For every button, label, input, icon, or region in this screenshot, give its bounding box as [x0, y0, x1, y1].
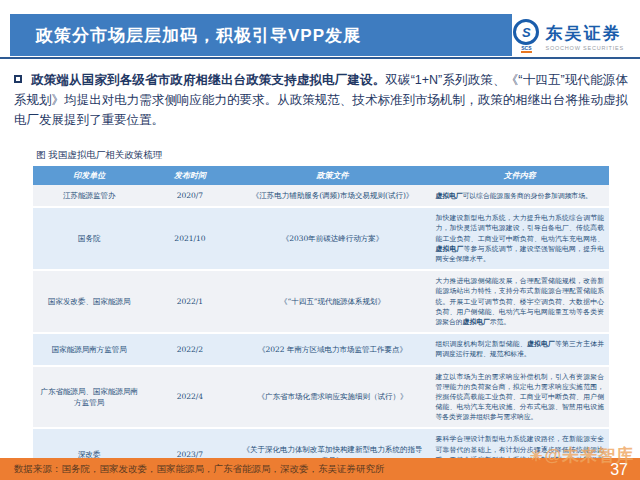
square-bullet-icon: [14, 75, 22, 83]
cell-publish-date: 2022/2: [145, 333, 234, 365]
cell-file-content: 建立以市场为主的需求响应补偿机制，引入有资源聚合管理能力的负荷聚合商，拟定电力需…: [430, 366, 609, 429]
cell-policy-file: 《广东省市场化需求响应实施细则（试行）》: [235, 366, 431, 429]
watermark: ✳@未来智库: [530, 444, 634, 467]
logo-abbr: SCS: [521, 45, 531, 53]
cell-policy-file: 《“十四五”现代能源体系规划》: [235, 270, 431, 333]
cell-policy-file: 《2022 年南方区域电力市场监管工作要点》: [235, 333, 431, 365]
cell-issuing-unit: 国家发改委、国家能源局: [33, 270, 145, 333]
col-header-publish-date: 发布时间: [145, 166, 234, 185]
company-logo: S SCS 东吴证券 SOOCHOW SECURITIES: [513, 19, 624, 53]
summary-bold-text: 政策端从国家到各级省市政府相继出台政策支持虚拟电厂建设。: [31, 73, 385, 87]
col-header-policy-file: 政策文件: [235, 166, 431, 185]
table-row: 国家发改委、国家能源局2022/1《“十四五”现代能源体系规划》大力推进电源侧储…: [33, 270, 609, 333]
data-source-text: 数据来源：国务院，国家发改委，国家能源局，广东省能源局，深改委，东吴证券研究所: [14, 458, 385, 480]
cell-publish-date: 2022/4: [145, 366, 234, 429]
cell-publish-date: 2022/1: [145, 270, 234, 333]
figure-caption: 图 我国虚拟电厂相关政策梳理: [36, 149, 162, 162]
page-title-text: 政策分市场层层加码，积极引导VPP发展: [36, 24, 361, 47]
policy-table-body: 江苏能源监管办2020/7《江苏电力辅助服务(调频)市场交易规则(试行)》虚拟电…: [33, 185, 609, 480]
table-row: 江苏能源监管办2020/7《江苏电力辅助服务(调频)市场交易规则(试行)》虚拟电…: [33, 185, 609, 207]
watermark-text: @未来智库: [544, 446, 634, 465]
report-slide: 政策分市场层层加码，积极引导VPP发展 S SCS 东吴证券 SOOCHOW S…: [0, 0, 640, 480]
cell-issuing-unit: 广东省能源局、国家能源局南方监管局: [33, 366, 145, 429]
logo-name-en: SOOCHOW SECURITIES: [545, 45, 624, 51]
cell-file-content: 大力推进电源侧储能发展，合理配置储能规模，改善新能源场站出力特性，支持分布式新能…: [430, 270, 609, 333]
cell-issuing-unit: 江苏能源监管办: [33, 185, 145, 207]
table-row: 广东省能源局、国家能源局南方监管局2022/4《广东省市场化需求响应实施细则（试…: [33, 366, 609, 429]
col-header-file-content: 文件内容: [430, 166, 609, 185]
logo-text: 东吴证券 SOOCHOW SECURITIES: [545, 22, 624, 51]
header-divider: [0, 57, 640, 59]
cell-file-content: 虚拟电厂可以综合能源服务商的身份参加调频市场。: [430, 185, 609, 207]
policy-table: 印发单位 发布时间 政策文件 文件内容 江苏能源监管办2020/7《江苏电力辅助…: [33, 166, 609, 480]
cell-issuing-unit: 国家能源局南方监管局: [33, 333, 145, 365]
cell-policy-file: 《2030年前碳达峰行动方案》: [235, 207, 431, 270]
table-header-row: 印发单位 发布时间 政策文件 文件内容: [33, 166, 609, 185]
summary-paragraph: 政策端从国家到各级省市政府相继出台政策支持虚拟电厂建设。双碳“1+N”系列政策、…: [14, 70, 628, 130]
cell-file-content: 组织调度机构制定新型储能、虚拟电厂等第三方主体并网调度运行规程、规范和标准。: [430, 333, 609, 365]
cell-file-content: 加快建设新型电力系统，大力提升电力系统综合调节能力，加快灵活调节电源建设，引导自…: [430, 207, 609, 270]
cell-publish-date: 2020/7: [145, 185, 234, 207]
soochow-logo-icon: S: [513, 19, 539, 45]
cell-issuing-unit: 国务院: [33, 207, 145, 270]
watermark-logo-icon: ✳: [530, 447, 544, 464]
logo-mark-wrap: S SCS: [513, 19, 539, 53]
table-row: 国家能源局南方监管局2022/2《2022 年南方区域电力市场监管工作要点》组织…: [33, 333, 609, 365]
col-header-issuing-unit: 印发单位: [33, 166, 145, 185]
cell-policy-file: 《江苏电力辅助服务(调频)市场交易规则(试行)》: [235, 185, 431, 207]
table-row: 国务院2021/10《2030年前碳达峰行动方案》加快建设新型电力系统，大力提升…: [33, 207, 609, 270]
logo-name-cn: 东吴证券: [545, 22, 624, 45]
page-title: 政策分市场层层加码，积极引导VPP发展: [10, 14, 512, 56]
cell-publish-date: 2021/10: [145, 207, 234, 270]
